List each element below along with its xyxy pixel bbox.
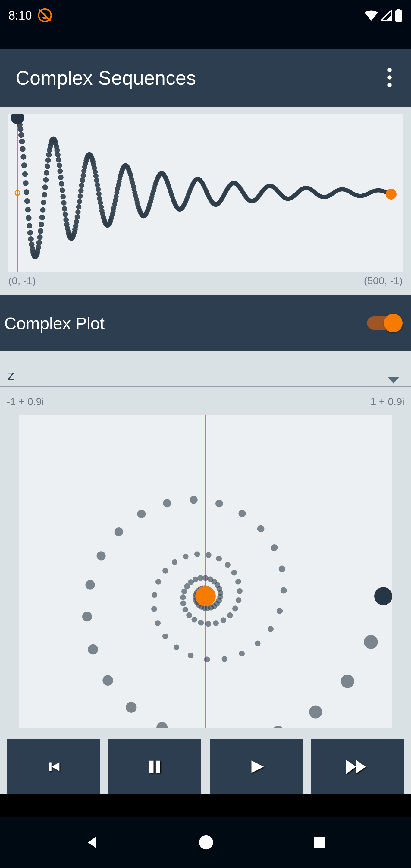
waveform-left-label: (0, -1)	[8, 275, 36, 287]
svg-point-650	[237, 588, 243, 594]
svg-point-15	[19, 132, 24, 138]
complex-plot-range-labels: -1 + 0.9i 1 + 0.9i	[0, 387, 411, 409]
svg-point-119	[96, 191, 101, 196]
app-notification-icon	[37, 8, 53, 23]
svg-point-689	[156, 722, 167, 728]
complex-plot-header: Complex Plot	[0, 296, 411, 351]
pause-icon	[147, 757, 163, 776]
status-clock: 8:10	[8, 9, 32, 22]
svg-point-676	[257, 525, 264, 532]
svg-point-640	[183, 607, 188, 613]
svg-point-45	[41, 199, 46, 205]
pause-button[interactable]	[108, 739, 201, 795]
svg-rect-2	[395, 10, 402, 22]
svg-rect-700	[156, 761, 161, 773]
fast-forward-button[interactable]	[311, 739, 404, 795]
more-vert-icon	[387, 68, 392, 88]
svg-point-46	[41, 192, 47, 197]
svg-point-655	[206, 552, 212, 558]
svg-point-698	[374, 587, 392, 605]
svg-point-72	[61, 200, 67, 206]
svg-point-120	[97, 196, 102, 201]
svg-point-658	[172, 559, 178, 565]
svg-point-646	[221, 617, 226, 623]
nav-back-button[interactable]	[85, 834, 100, 851]
svg-point-47	[42, 184, 48, 190]
z-selector[interactable]: z	[0, 351, 411, 387]
skip-previous-button[interactable]	[7, 739, 100, 795]
svg-point-23	[24, 198, 30, 204]
svg-point-48	[43, 177, 49, 183]
svg-point-695	[364, 635, 378, 649]
svg-point-688	[126, 702, 136, 713]
svg-point-116	[94, 178, 99, 183]
play-button[interactable]	[210, 739, 303, 795]
svg-point-6	[387, 83, 392, 87]
svg-point-641	[186, 612, 192, 618]
svg-point-21	[23, 180, 29, 186]
svg-point-94	[78, 193, 83, 199]
complex-plane-plot[interactable]	[19, 415, 392, 728]
switch-thumb	[384, 314, 403, 333]
svg-point-512	[386, 189, 397, 199]
svg-point-19	[22, 162, 27, 168]
svg-point-42	[38, 222, 44, 227]
fast-forward-icon	[346, 758, 369, 775]
svg-point-52	[46, 152, 52, 157]
svg-point-672	[277, 608, 283, 614]
svg-point-687	[102, 675, 113, 686]
svg-point-92	[76, 204, 82, 210]
complex-plot-toggle[interactable]	[367, 312, 403, 334]
svg-point-657	[183, 554, 188, 559]
svg-point-93	[77, 199, 82, 204]
overflow-menu-button[interactable]	[376, 64, 403, 92]
svg-point-661	[152, 592, 157, 598]
svg-point-662	[151, 606, 157, 612]
nav-recents-button[interactable]	[312, 835, 326, 849]
waveform-plot[interactable]	[8, 114, 403, 272]
dropdown-caret-icon	[388, 377, 399, 384]
svg-point-49	[44, 170, 50, 176]
svg-point-511	[11, 114, 24, 124]
svg-point-115	[93, 173, 98, 179]
svg-point-637	[181, 589, 187, 594]
svg-point-671	[267, 626, 274, 632]
svg-point-18	[21, 154, 26, 160]
svg-point-20	[22, 171, 28, 177]
svg-point-697	[195, 586, 216, 607]
svg-point-40	[37, 235, 43, 240]
svg-point-684	[85, 580, 95, 590]
svg-point-97	[80, 178, 85, 183]
svg-point-665	[173, 644, 179, 650]
svg-point-654	[216, 556, 222, 561]
app-bar: Complex Sequences	[0, 50, 411, 107]
svg-point-685	[82, 612, 92, 621]
svg-point-5	[387, 75, 392, 80]
svg-point-27	[27, 230, 33, 236]
skip-previous-icon	[45, 758, 62, 775]
svg-point-74	[63, 212, 68, 217]
svg-point-678	[216, 500, 223, 507]
svg-point-652	[231, 569, 237, 575]
status-left: 8:10	[8, 8, 53, 23]
svg-point-44	[40, 207, 46, 213]
svg-point-648	[232, 606, 238, 611]
svg-point-649	[235, 597, 241, 603]
svg-point-638	[180, 594, 186, 600]
svg-point-681	[137, 510, 146, 518]
svg-point-24	[25, 207, 31, 213]
svg-point-69	[59, 181, 64, 187]
svg-point-75	[63, 217, 69, 222]
svg-point-73	[62, 206, 67, 212]
svg-point-14	[18, 126, 23, 132]
nav-home-button[interactable]	[198, 834, 215, 851]
svg-point-65	[56, 157, 61, 162]
status-right	[365, 9, 403, 22]
svg-point-67	[57, 168, 63, 174]
svg-point-674	[279, 565, 285, 572]
svg-point-17	[20, 146, 26, 152]
svg-point-693	[309, 705, 322, 718]
svg-point-41	[38, 228, 44, 234]
svg-point-682	[115, 527, 123, 536]
svg-point-645	[213, 620, 219, 626]
